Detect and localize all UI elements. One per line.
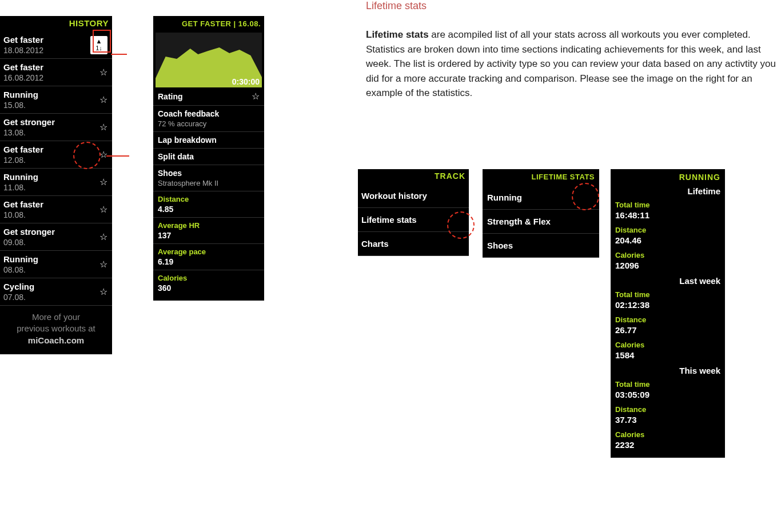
stat-value: 1584: [615, 350, 725, 360]
history-row-title: Cycling: [3, 282, 34, 291]
stat-label: Total time: [615, 201, 725, 209]
detail-stat-row: Distance 4.85: [153, 191, 264, 218]
star-icon: ☆: [252, 91, 260, 102]
annotation-circle: [73, 142, 101, 169]
stat-value: 4.85: [158, 205, 260, 214]
coach-feedback-value: 72 % accuracy: [158, 119, 260, 128]
history-row-date: 08.08.: [3, 265, 38, 274]
history-row[interactable]: Running 11.08. ☆: [0, 169, 112, 196]
running-stat: Calories 2232: [611, 428, 725, 453]
stat-value: 03:05:09: [615, 390, 725, 399]
history-row-title: Get faster: [3, 62, 43, 72]
annotation-line: [106, 155, 129, 157]
rating-label: Rating: [158, 92, 183, 101]
running-section-title: Lifetime: [611, 184, 725, 198]
section-paragraph: Lifetime stats are acompiled list of all…: [366, 27, 781, 101]
detail-shoes-row[interactable]: Shoes Stratosphere Mk II: [153, 165, 264, 191]
lap-breakdown-label: Lap breakdown: [158, 135, 260, 145]
running-stat: Total time 16:48:11: [611, 198, 725, 223]
star-icon: ☆: [99, 204, 107, 215]
stat-value: 2232: [615, 440, 725, 450]
history-screen: HISTORY Get faster 18.08.2012 ▲1↓ Get fa…: [0, 16, 112, 354]
detail-header: GET FASTER | 16.08.: [153, 16, 264, 31]
track-screen: TRACK Workout history Lifetime stats Cha…: [358, 169, 469, 256]
lts-item-strength[interactable]: Strength & Flex: [483, 210, 599, 234]
track-item-workout-history[interactable]: Workout history: [358, 184, 469, 208]
history-row-date: 13.08.: [3, 128, 55, 137]
running-section-title: This week: [611, 363, 725, 378]
history-row[interactable]: Get faster 16.08.2012 ☆: [0, 59, 112, 86]
star-icon: ☆: [99, 67, 107, 78]
history-row-title: Get faster: [3, 35, 43, 45]
stat-value: 204.46: [615, 235, 725, 245]
running-stat: Distance 204.46: [611, 223, 725, 249]
stat-value: 16:48:11: [615, 210, 725, 220]
hr-zone-chart: 0:30:00: [156, 33, 262, 87]
history-row-title: Get stronger: [3, 117, 55, 127]
running-section-title: Last week: [611, 274, 725, 288]
shoes-value: Stratosphere Mk II: [158, 179, 260, 187]
history-row-title: Running: [3, 90, 38, 99]
history-row-date: 10.08.: [3, 210, 43, 219]
star-icon: ☆: [99, 94, 107, 105]
split-data-label: Split data: [158, 152, 260, 161]
history-row-title: Get faster: [3, 199, 43, 209]
stat-label: Distance: [615, 226, 725, 234]
detail-rating-row[interactable]: Rating ☆: [153, 87, 264, 106]
history-more-line2: previous workouts at: [17, 323, 95, 333]
history-more-note: More of your previous workouts at miCoac…: [0, 306, 112, 354]
history-row[interactable]: Get faster 10.08. ☆: [0, 196, 112, 223]
running-stat: Total time 03:05:09: [611, 378, 725, 403]
history-header: HISTORY: [0, 16, 112, 31]
annotation-box: [93, 30, 111, 53]
lts-item-shoes[interactable]: Shoes: [483, 234, 599, 258]
detail-split-row[interactable]: Split data: [153, 149, 264, 165]
star-icon: ☆: [99, 122, 107, 133]
stat-label: Average pace: [158, 247, 260, 256]
workout-detail-screen: GET FASTER | 16.08. 0:30:00 Rating ☆ Coa…: [153, 16, 264, 301]
stat-value: 360: [158, 283, 260, 293]
stat-label: Calories: [615, 341, 725, 349]
history-row-date: 16.08.2012: [3, 73, 43, 82]
stat-label: Distance: [158, 195, 260, 203]
history-row-date: 18.08.2012: [3, 46, 43, 55]
history-row-date: 12.08.: [3, 155, 43, 165]
stat-value: 37.73: [615, 415, 725, 425]
detail-lap-row[interactable]: Lap breakdown: [153, 132, 264, 149]
running-stats-screen: RUNNING Lifetime Total time 16:48:11 Dis…: [611, 169, 725, 458]
history-row-title: Running: [3, 254, 38, 264]
annotation-circle: [447, 211, 475, 239]
history-row[interactable]: Running 15.08. ☆: [0, 86, 112, 114]
history-row-title: Get stronger: [3, 227, 55, 237]
history-row-date: 07.08.: [3, 293, 34, 302]
running-stat: Calories 12096: [611, 249, 725, 274]
stat-value: 02:12:38: [615, 300, 725, 310]
history-row-date: 15.08.: [3, 101, 38, 110]
history-row[interactable]: Get stronger 09.08. ☆: [0, 223, 112, 251]
shoes-label: Shoes: [158, 169, 260, 178]
history-row-date: 09.08.: [3, 238, 55, 247]
paragraph-lead: Lifetime stats: [366, 29, 429, 40]
stat-value: 137: [158, 231, 260, 240]
running-stat: Distance 26.77: [611, 313, 725, 338]
history-row[interactable]: Get stronger 13.08. ☆: [0, 114, 112, 141]
history-row[interactable]: Cycling 07.08. ☆: [0, 278, 112, 306]
lifetime-stats-screen: LIFETIME STATS Running Strength & Flex S…: [483, 169, 599, 258]
star-icon: ☆: [99, 259, 107, 270]
detail-stat-row: Average HR 137: [153, 218, 264, 244]
stat-label: Total time: [615, 290, 725, 299]
star-icon: ☆: [99, 177, 107, 187]
stat-label: Distance: [615, 315, 725, 324]
detail-coach-row[interactable]: Coach feedback 72 % accuracy: [153, 106, 264, 132]
stat-label: Calories: [615, 251, 725, 259]
detail-stat-row: Calories 360: [153, 270, 264, 296]
running-stat: Calories 1584: [611, 338, 725, 363]
annotation-circle: [572, 183, 599, 210]
history-row[interactable]: Running 08.08. ☆: [0, 251, 112, 278]
section-heading: Lifetime stats: [366, 0, 427, 12]
history-row-title: Running: [3, 172, 38, 182]
track-header: TRACK: [358, 169, 469, 184]
history-more-site: miCoach.com: [28, 335, 84, 345]
stat-label: Total time: [615, 380, 725, 389]
annotation-line: [111, 54, 127, 55]
